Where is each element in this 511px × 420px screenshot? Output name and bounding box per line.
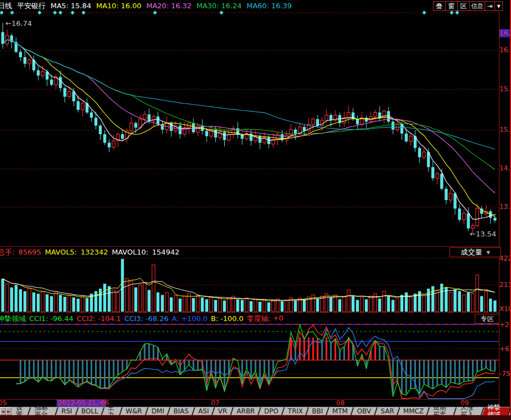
tab-scroll-left[interactable]: ◄ — [0, 407, 6, 415]
cci-item-5: 零度轴:+0 — [247, 314, 284, 324]
price-axis-label: 15. — [499, 85, 510, 93]
tab-label: RSI — [62, 408, 73, 415]
cci-item-3: A:+100.0 — [172, 314, 208, 323]
tab-主力[interactable]: 主力 — [103, 407, 123, 415]
cci-item-1: CCI2:-104.1 — [77, 314, 121, 323]
cci-axis-label: +63 — [499, 345, 510, 353]
zongshou-value: 85695 — [18, 248, 41, 256]
tab-label: VR — [218, 408, 227, 415]
cci-label: B: — [211, 314, 218, 323]
cci-item-0: CCI1:-96.44 — [29, 314, 74, 323]
price-axis-label: 15. — [499, 126, 510, 134]
cci-value: -100.0 — [220, 314, 243, 323]
tab-ASI[interactable]: ASI — [193, 407, 215, 415]
bottom-strip — [0, 415, 511, 420]
selector-label: 成交量 — [460, 247, 482, 257]
tab-label: BBI — [312, 408, 323, 415]
cci-value: -68.26 — [146, 314, 169, 323]
cci-label: A: — [172, 314, 179, 323]
indicator-tabbar: ◄►设置指标平台RSIBOLL主力W&RDMIBIASASIVRARBRDPOT… — [0, 407, 510, 415]
cci-label: 零度轴: — [247, 314, 270, 324]
price-axis-label: 16. — [499, 46, 510, 54]
cci-label: CCI2: — [77, 314, 96, 323]
high-price-annotation: ←16.74 — [5, 19, 32, 27]
tab-label: OBV — [357, 408, 371, 415]
tab-短期买卖[interactable]: 短期买卖 — [428, 407, 457, 415]
x-axis-label: 07 — [211, 400, 219, 407]
tab-DPO[interactable]: DPO — [259, 407, 284, 415]
tab-label: W&R — [126, 408, 142, 415]
cci-axis-label: -75 — [499, 370, 510, 378]
tab-label: DPO — [264, 408, 279, 415]
tab-label: ASI — [198, 408, 209, 415]
tab-BIAS[interactable]: BIAS — [169, 407, 195, 415]
x-axis: 052012-05-21,一06070809 — [0, 400, 499, 407]
x-axis-label: 08 — [336, 400, 345, 407]
mavol10-label: MAVOL10: — [112, 248, 148, 256]
tab-label: DMI — [152, 408, 164, 415]
zongshou-label: 总手: — [0, 247, 14, 257]
mavol5-label: MAVOL5: — [45, 248, 77, 256]
tab-label: TRIX — [288, 408, 303, 415]
tab-VR[interactable]: VR — [213, 407, 234, 415]
zone-button[interactable]: 专区 — [475, 314, 499, 324]
price-axis-label: 13. — [499, 203, 510, 211]
tab-SAR[interactable]: SAR — [375, 407, 400, 415]
tab-DMI[interactable]: DMI — [147, 407, 171, 415]
cci-header: 神摯领域 CCI1:-96.44CCI2:-104.1CCI3:-68.26A:… — [0, 314, 473, 323]
tab-label: MTM — [332, 408, 348, 415]
cci-value: -104.1 — [98, 314, 121, 323]
tab-ARBR[interactable]: ARBR — [231, 407, 261, 415]
tab-W&R[interactable]: W&R — [121, 407, 148, 415]
tab-BBI[interactable]: BBI — [307, 407, 330, 415]
low-price-annotation: ←13.54 — [470, 230, 496, 238]
stock-app-window: 日线 平安银行 MA5:15.84MA10:16.00MA20:16.32MA3… — [0, 0, 511, 420]
tab-label: BIAS — [174, 408, 189, 415]
volume-axis-label: X10 — [499, 305, 510, 313]
mavol10-value: 154942 — [152, 248, 180, 256]
tab-BOLL[interactable]: BOLL — [76, 407, 104, 415]
tab-MTM[interactable]: MTM — [327, 407, 354, 415]
cci-value: +0 — [273, 314, 283, 324]
cci-label: CCI1: — [29, 314, 48, 323]
x-axis-label: 2012-05-21,一 — [57, 400, 106, 407]
tab-label: ARBR — [237, 408, 255, 415]
cci-value: -96.44 — [51, 314, 74, 323]
volume-header: 总手: 85695 MAVOL5: 132342 MAVOL10: 154942 — [0, 247, 440, 257]
zone-button-label: 专区 — [481, 314, 494, 324]
tab-设置[interactable]: 设置 — [11, 407, 31, 415]
x-axis-label: 05 — [0, 400, 7, 407]
cci-value: +100.0 — [181, 314, 208, 323]
tab-label: MMCZ — [403, 408, 424, 415]
chart-canvas[interactable] — [0, 0, 511, 420]
tab-label: BOLL — [81, 408, 98, 415]
cci-values: CCI1:-96.44CCI2:-104.1CCI3:-68.26A:+100.… — [29, 314, 284, 324]
tab-大涨买入[interactable]: 大涨买入 — [455, 407, 484, 415]
chevron-down-icon: ▼ — [486, 250, 490, 255]
price-axis-label: 14. — [499, 164, 510, 173]
tab-OBV[interactable]: OBV — [352, 407, 377, 415]
cci-item-4: B:-100.0 — [211, 314, 243, 323]
tab-MMCZ[interactable]: MMCZ — [398, 407, 430, 415]
mavol5-value: 132342 — [81, 248, 108, 256]
tab-RSI[interactable]: RSI — [57, 407, 79, 415]
cci-axis-label: +20 — [499, 321, 510, 329]
tab-TRIX[interactable]: TRIX — [282, 407, 309, 415]
tab-label: SAR — [381, 408, 394, 415]
price-axis-label: 16. — [499, 29, 510, 37]
cci-item-2: CCI3:-68.26 — [124, 314, 169, 323]
tab-指标平台[interactable]: 指标平台 — [29, 407, 58, 415]
volume-axis-label: 211 — [499, 281, 510, 289]
indicator-name: 神摯领域 — [0, 314, 26, 324]
cci-label: CCI3: — [124, 314, 143, 323]
volume-indicator-selector[interactable]: 成交量 ▼ — [449, 247, 501, 257]
tab-神摯领域[interactable]: 神摯领域 — [482, 407, 511, 415]
